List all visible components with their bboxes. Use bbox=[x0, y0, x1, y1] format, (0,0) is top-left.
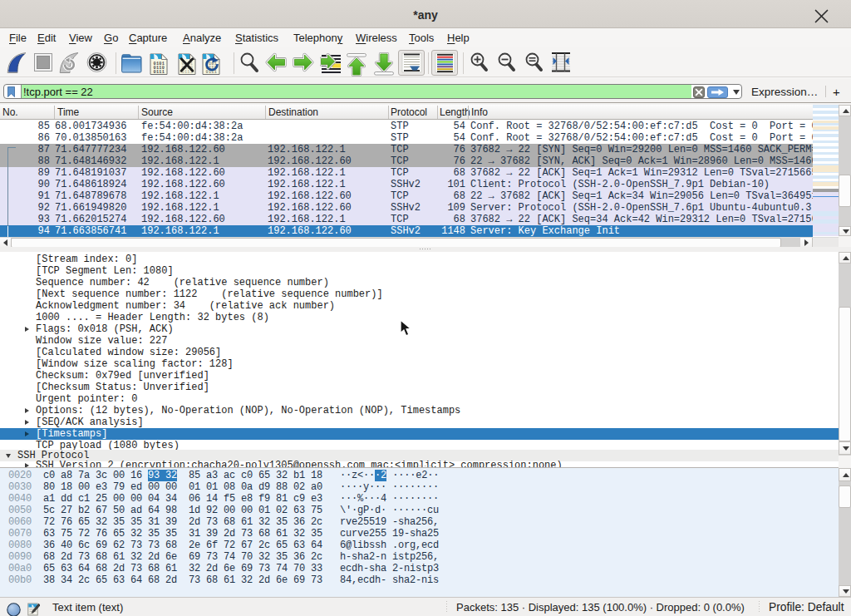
svg-text:0111: 0111 bbox=[154, 70, 165, 75]
